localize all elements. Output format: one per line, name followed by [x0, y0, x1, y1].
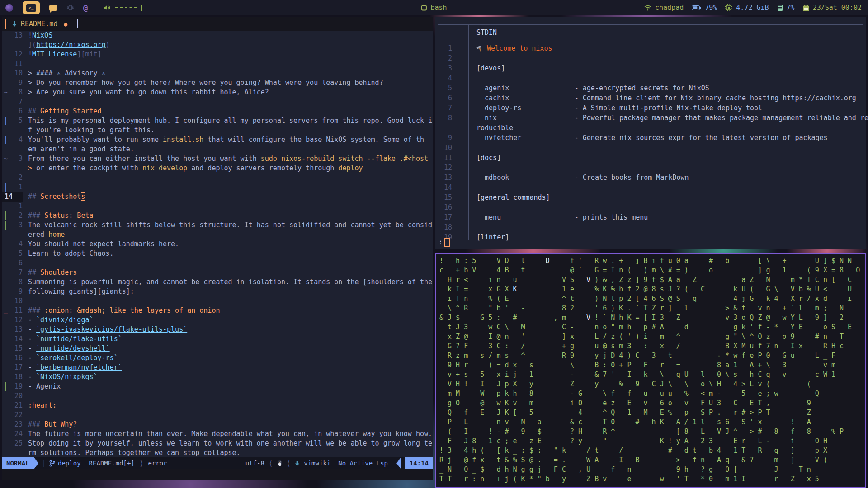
line-number [9, 126, 23, 135]
firefox-icon[interactable] [5, 4, 13, 12]
line-number: 4 [9, 135, 23, 145]
line-number: 14 [435, 183, 468, 192]
noise-row: & J $ G 5 : # , m V ! ` N h K = [ I 3 Z … [439, 313, 862, 323]
statusline: NORMAL │ deploy README.md[+] ⟩ error utf… [2, 457, 433, 469]
line-number: 7 [435, 103, 468, 113]
menu-row: 5 agenix - age-encrypted secrets for Nix… [435, 83, 866, 93]
editor-row: 19- Agenix [2, 382, 433, 391]
gear-icon[interactable] [66, 4, 74, 11]
powerline-arrow [34, 457, 38, 469]
menu-row: 15[general commands] [435, 192, 866, 202]
git-sign-chg [5, 117, 6, 125]
line-number: 10 [9, 69, 23, 78]
noise-row: R z m s / m s ^ R 9 y j D 4 ) C 3 t - * … [439, 351, 862, 361]
line-number: 13 [9, 325, 23, 334]
noise-row: _ N O _ $ d h N g g j F C , U f n 9 h ? … [439, 465, 862, 474]
line-number: 9 [9, 78, 23, 88]
noise-row: i T n % ( E ^ t ) N l p 2 [ 4 6 S @ S q … [439, 294, 862, 304]
tab-readme[interactable]: README.md ● [6, 17, 73, 31]
line-number: 7 [9, 97, 23, 107]
noise-row: ( I ! - # 9 $ ? H R ^ [ 8 L V J ^ > # 8 … [439, 427, 862, 436]
lsp-status: No Active Lsp [338, 460, 388, 467]
menu-row: 3[devos] [435, 63, 866, 73]
editor-row: f you're looking to graft this. [2, 126, 433, 135]
prompt-colon: : [439, 238, 443, 246]
menu-row: 4 [435, 73, 866, 83]
editor-row: > or enter the cockpit with nix develop … [2, 164, 433, 173]
line-number: 15 [435, 192, 468, 202]
speaker-icon [104, 5, 111, 11]
editor-row: 11 [2, 59, 433, 69]
line-number: 2 [9, 211, 23, 221]
cpu-status: 7% [777, 4, 795, 12]
editor-row: 21:heart: [2, 401, 433, 410]
line-number: 14 [9, 334, 23, 344]
diagnostic-label: error [148, 460, 167, 467]
editor-row: 7 [2, 97, 433, 107]
menu-row: 11[docs] [435, 153, 866, 163]
volume-slider[interactable] [115, 7, 137, 8]
line-number: 11 [9, 306, 23, 315]
editor-row: 13!NixOS [2, 31, 433, 40]
line-number: 10 [435, 143, 468, 153]
menu-row: 17 menu - prints this menu [435, 212, 866, 222]
terminal-window-icon [421, 5, 427, 11]
menu-row: 13 mdbook - Create books from MarkDown [435, 173, 866, 183]
command-line[interactable] [2, 469, 433, 480]
line-number: 2 [9, 173, 23, 183]
menu-row: 2 [435, 53, 866, 63]
wifi-icon [644, 5, 651, 11]
line-number: 6 [9, 107, 23, 116]
editor-row: 17- `berberman/nvfetcher` [2, 363, 433, 372]
pager-prompt[interactable]: : [439, 238, 450, 247]
cpu-icon [725, 4, 732, 11]
line-number: 13 [435, 173, 468, 183]
line-number: 7 [9, 268, 23, 277]
menu-row: 14 [435, 183, 866, 192]
menu-content: 1Welcome to nixos23[devos]45 agenix - ag… [435, 43, 866, 242]
git-sign-add [5, 382, 6, 391]
line-number: 18 [9, 372, 23, 382]
line-number: 25 [9, 439, 23, 448]
noise-terminal-window[interactable]: ! h : 5 V D l D f ' R w . + j B i f u 0 … [435, 253, 866, 488]
line-number: 3 [9, 154, 23, 164]
at-icon[interactable]: @ [83, 3, 88, 12]
line-number: 5 [9, 249, 23, 258]
git-branch-icon [49, 460, 55, 467]
editor-row: 15- `numtide/devshell` [2, 344, 433, 353]
window-title-group: bash [421, 4, 447, 12]
battery-percent: 79% [705, 4, 717, 12]
menu-row: roducible [435, 123, 866, 133]
git-sign-add [5, 221, 6, 230]
git-branch-name[interactable]: deploy [58, 460, 81, 467]
editor-row: 5Learn to adopt Chaos. [2, 249, 433, 258]
line-number: 20 [9, 391, 23, 401]
terminal-workspace-icon[interactable]: >_ [23, 1, 40, 14]
menu-terminal-window[interactable]: STDIN 1Welcome to nixos23[devos]45 ageni… [435, 17, 866, 249]
memory-status: 4.72 GiB [725, 4, 769, 12]
line-number: 4 [435, 73, 468, 83]
noise-row: 9 H r ( = d x s \ B : 0 + P F r = 8 a 1 … [439, 361, 862, 370]
noise-row: Q f E J K [ 5 4 ^ Q 1 M E % p S P . r # … [439, 408, 862, 418]
line-number: 3 [435, 63, 468, 73]
editor-row: ](https://nixos.org) [2, 40, 433, 50]
editor-row: 3The volcanic rock still shifts below th… [2, 221, 433, 230]
line-number: 14 [2, 192, 23, 202]
line-number: 13 [9, 31, 23, 40]
chat-icon[interactable] [49, 5, 57, 11]
battery-status: 79% [692, 4, 717, 12]
editor-text-area[interactable]: 13!NixOS](https://nixos.org)12!MIT Licen… [2, 31, 433, 457]
noise-row: T T r : n + j ( K * " b y Z B v e w ' T … [439, 474, 862, 484]
volume-control[interactable] [104, 5, 142, 11]
editor-row: 9following giants][giants]: [2, 287, 433, 296]
line-number: 9 [9, 287, 23, 296]
statusline-filename: README.md[+] [89, 460, 135, 467]
clock-status: 23/Sat 00:02 [803, 4, 862, 12]
editor-row: 4You'll probably want to run some instal… [2, 135, 433, 145]
menu-row: 6 cachix - Command line client for Nix b… [435, 93, 866, 103]
volume-slider-knob[interactable] [141, 5, 142, 11]
battery-icon [692, 5, 701, 10]
line-number: 24 [9, 429, 23, 439]
menu-row: 9 nvfetcher - Generate nix sources expr … [435, 133, 866, 143]
line-number: 4 [9, 239, 23, 249]
